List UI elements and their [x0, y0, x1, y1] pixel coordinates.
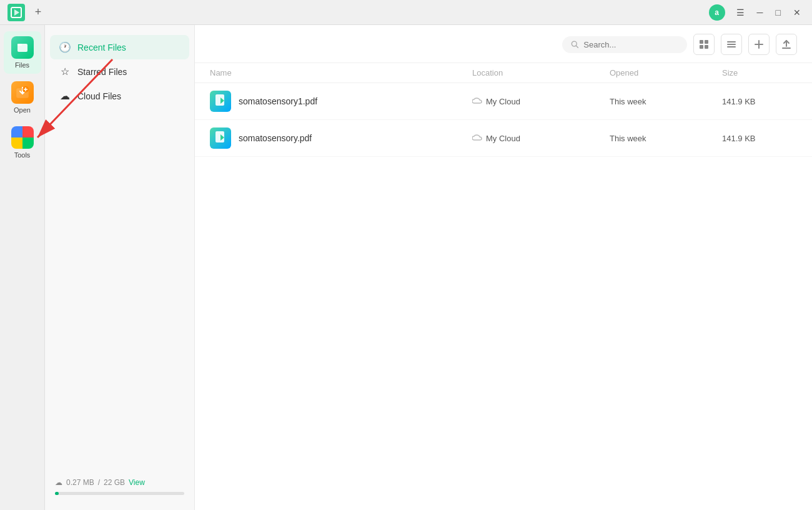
search-input[interactable] [583, 40, 678, 49]
list-view-icon [726, 39, 736, 49]
search-box[interactable] [562, 36, 687, 53]
upload-button[interactable] [776, 34, 797, 55]
sidebar-item-cloud[interactable]: ☁ Cloud Files [50, 84, 189, 108]
app-logo [7, 4, 25, 21]
toolbar [195, 25, 812, 63]
add-icon [754, 39, 764, 49]
add-tab-button[interactable]: + [30, 4, 46, 21]
svg-rect-15 [705, 45, 708, 49]
file-name-cell-1: somatosensory1.pdf [210, 91, 472, 112]
size-cell-2: 141.9 KB [722, 134, 797, 143]
avatar: a [709, 4, 725, 21]
svg-rect-14 [700, 45, 703, 49]
close-button[interactable]: ✕ [790, 5, 805, 20]
opened-cell-1: This week [610, 97, 722, 106]
location-cell-2: My Cloud [472, 134, 610, 143]
search-icon [571, 40, 578, 49]
recent-icon: 🕐 [59, 41, 71, 53]
sidebar-item-recent[interactable]: 🕐 Recent Files [50, 35, 189, 59]
file-name-1: somatosensory1.pdf [239, 96, 317, 106]
upload-icon [781, 39, 791, 49]
storage-bar-background [55, 492, 184, 495]
col-name-header: Name [210, 68, 472, 78]
col-opened-header: Opened [610, 68, 722, 78]
open-icon [11, 81, 34, 104]
svg-line-11 [576, 46, 578, 48]
cloud-storage-icon: ☁ [55, 478, 62, 487]
title-bar-right: a ☰ ─ □ ✕ [709, 4, 805, 21]
tools-icon [11, 126, 34, 149]
sidebar: 🕐 Recent Files ☆ Starred Files ☁ Cloud F… [45, 25, 195, 510]
grid-view-icon [699, 39, 709, 49]
main-content: Name Location Opened Size somatosensory1… [195, 25, 812, 510]
file-name-2: somatosensory.pdf [239, 133, 312, 143]
sidebar-recent-label: Recent Files [77, 42, 126, 52]
file-list-header: Name Location Opened Size [195, 63, 812, 83]
rail-item-tools[interactable]: Tools [4, 121, 41, 164]
storage-total: 22 GB [104, 478, 125, 487]
rail-item-open[interactable]: Open [4, 76, 41, 119]
table-row[interactable]: somatosensory.pdf My Cloud This week 141… [195, 120, 812, 157]
rail-tools-label: Tools [14, 151, 31, 159]
file-icon-1 [210, 91, 231, 112]
file-name-cell-2: somatosensory.pdf [210, 128, 472, 149]
svg-rect-17 [727, 44, 736, 45]
title-bar: + a ☰ ─ □ ✕ [0, 0, 812, 25]
add-button[interactable] [748, 34, 770, 55]
title-bar-left: + [7, 4, 46, 21]
rail-open-label: Open [14, 106, 31, 114]
sidebar-bottom: ☁ 0.27 MB / 22 GB View [50, 471, 189, 500]
file-icon-2 [210, 128, 231, 149]
files-icon [11, 36, 34, 59]
app-body: Files Open [0, 25, 812, 510]
col-location-header: Location [472, 68, 610, 78]
sidebar-cloud-label: Cloud Files [77, 91, 121, 101]
opened-cell-2: This week [610, 134, 722, 143]
col-size-header: Size [722, 68, 797, 78]
svg-rect-18 [727, 46, 736, 48]
storage-used: 0.27 MB [66, 478, 94, 487]
grid-view-button[interactable] [693, 34, 715, 55]
table-row[interactable]: somatosensory1.pdf My Cloud This week 14… [195, 83, 812, 120]
cloud-icon: ☁ [59, 90, 71, 102]
svg-marker-1 [14, 9, 19, 16]
sidebar-item-starred[interactable]: ☆ Starred Files [50, 59, 189, 84]
minimize-button[interactable]: ─ [753, 5, 767, 20]
menu-button[interactable]: ☰ [733, 5, 748, 20]
window-controls: ☰ ─ □ ✕ [733, 5, 805, 20]
location-text-1: My Cloud [486, 97, 520, 106]
cloud-location-icon-2 [472, 134, 482, 142]
cloud-location-icon-1 [472, 98, 482, 105]
storage-bar-fill [55, 492, 59, 495]
location-cell-1: My Cloud [472, 97, 610, 106]
storage-separator: / [98, 478, 100, 487]
svg-rect-16 [727, 41, 736, 42]
svg-rect-13 [705, 40, 708, 44]
location-text-2: My Cloud [486, 134, 520, 143]
icon-rail: Files Open [0, 25, 45, 510]
sidebar-starred-label: Starred Files [77, 67, 127, 77]
size-cell-1: 141.9 KB [722, 97, 797, 106]
rail-files-label: Files [15, 61, 29, 69]
rail-item-files[interactable]: Files [4, 31, 41, 74]
maximize-button[interactable]: □ [772, 5, 785, 20]
svg-rect-3 [17, 44, 22, 46]
star-icon: ☆ [59, 66, 71, 78]
list-view-button[interactable] [721, 34, 742, 55]
storage-view-link[interactable]: View [129, 478, 145, 487]
svg-rect-12 [700, 40, 703, 44]
storage-info: ☁ 0.27 MB / 22 GB View [55, 478, 184, 487]
